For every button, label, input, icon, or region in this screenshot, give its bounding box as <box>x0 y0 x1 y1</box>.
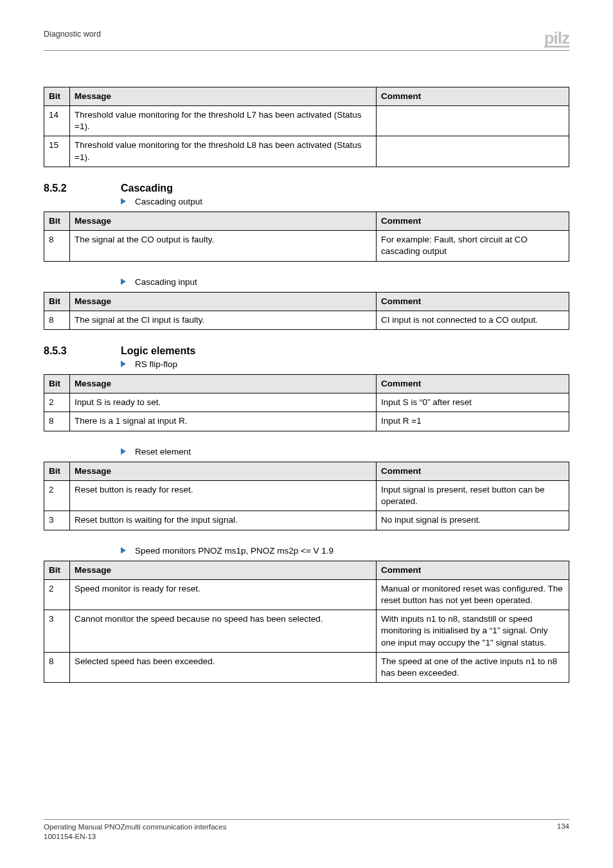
cascading-output-table: Bit Message Comment 8 The signal at the … <box>44 212 569 262</box>
table-row: 3 Cannot monitor the speed because no sp… <box>44 610 569 653</box>
brand-logo: pilz <box>544 30 569 48</box>
bullet-rs-flipflop: RS flip-flop <box>121 359 569 369</box>
cell-bit: 2 <box>44 393 70 412</box>
cell-bit: 14 <box>44 106 70 136</box>
th-comment: Comment <box>377 292 569 311</box>
th-message: Message <box>70 374 377 393</box>
cell-message: Cannot monitor the speed because no spee… <box>70 610 377 653</box>
cell-message: Reset button is waiting for the input si… <box>70 511 377 530</box>
table-row: 8 Selected speed has been exceeded. The … <box>44 652 569 682</box>
cell-bit: 8 <box>44 231 70 261</box>
bullet-label: Speed monitors PNOZ ms1p, PNOZ ms2p <= V… <box>135 546 333 556</box>
cell-comment: With inputs n1 to n8, standstill or spee… <box>377 610 569 653</box>
cell-message: Threshold value monitoring for the thres… <box>70 106 377 136</box>
cell-bit: 3 <box>44 511 70 530</box>
cell-comment: CI input is not connected to a CO output… <box>377 311 569 329</box>
bullet-label: Cascading input <box>135 277 197 287</box>
cascading-input-table: Bit Message Comment 8 The signal at the … <box>44 292 569 330</box>
footer-doc-title: Operating Manual PNOZmulti communication… <box>44 822 226 833</box>
section-number: 8.5.2 <box>44 183 121 194</box>
svg-marker-0 <box>121 198 126 204</box>
section-heading-8-5-2: 8.5.2 Cascading <box>44 183 569 194</box>
table-row: 2 Speed monitor is ready for reset. Manu… <box>44 579 569 610</box>
table-row: 8 The signal at the CO output is faulty.… <box>44 231 569 261</box>
triangle-icon <box>121 361 126 367</box>
page-footer: Operating Manual PNOZmulti communication… <box>44 819 569 842</box>
cell-message: Reset button is ready for reset. <box>70 480 377 511</box>
section-title: Logic elements <box>121 345 195 357</box>
cell-message: There is a 1 signal at input R. <box>70 412 377 431</box>
cell-bit: 2 <box>44 579 70 610</box>
reset-element-table: Bit Message Comment 2 Reset button is re… <box>44 462 569 530</box>
cell-message: Threshold value monitoring for the thres… <box>70 136 377 167</box>
bullet-cascading-input: Cascading input <box>121 277 569 287</box>
cell-bit: 8 <box>44 412 70 431</box>
th-message: Message <box>70 212 377 230</box>
speed-monitors-table: Bit Message Comment 2 Speed monitor is r… <box>44 561 569 683</box>
th-comment: Comment <box>377 374 569 393</box>
bullet-label: Cascading output <box>135 197 202 206</box>
page-header: Diagnostic word pilz <box>44 30 569 51</box>
cell-comment: The speed at one of the active inputs n1… <box>377 652 569 682</box>
cell-bit: 8 <box>44 311 70 329</box>
svg-marker-1 <box>121 278 126 285</box>
cell-message: The signal at the CO output is faulty. <box>70 231 377 261</box>
table-row: 8 There is a 1 signal at input R. Input … <box>44 412 569 431</box>
th-bit: Bit <box>44 374 70 393</box>
cell-comment: Input R =1 <box>377 412 569 431</box>
bullet-label: RS flip-flop <box>135 359 177 369</box>
th-comment: Comment <box>377 462 569 480</box>
cell-comment: Input signal is present, reset button ca… <box>377 480 569 511</box>
th-comment: Comment <box>377 561 569 579</box>
cell-comment <box>377 106 569 136</box>
cell-comment <box>377 136 569 167</box>
cell-message: Speed monitor is ready for reset. <box>70 579 377 610</box>
th-bit: Bit <box>44 292 70 311</box>
table-row: 2 Reset button is ready for reset. Input… <box>44 480 569 511</box>
cell-comment: Manual or monitored reset was configured… <box>377 579 569 610</box>
th-message: Message <box>70 462 377 480</box>
cell-message: Input S is ready to set. <box>70 393 377 412</box>
section-title: Cascading <box>121 183 173 194</box>
table-row: 8 The signal at the CI input is faulty. … <box>44 311 569 329</box>
cell-bit: 3 <box>44 610 70 653</box>
th-comment: Comment <box>377 212 569 230</box>
svg-marker-2 <box>121 361 126 367</box>
bullet-speed-monitors: Speed monitors PNOZ ms1p, PNOZ ms2p <= V… <box>121 546 569 556</box>
th-message: Message <box>70 561 377 579</box>
footer-left: Operating Manual PNOZmulti communication… <box>44 822 226 842</box>
threshold-table: Bit Message Comment 14 Threshold value m… <box>44 87 569 167</box>
footer-doc-number: 1001154-EN-13 <box>44 832 226 842</box>
cell-comment: No input signal is present. <box>377 511 569 530</box>
section-heading-8-5-3: 8.5.3 Logic elements <box>44 345 569 357</box>
table-row: 15 Threshold value monitoring for the th… <box>44 136 569 167</box>
cell-message: Selected speed has been exceeded. <box>70 652 377 682</box>
footer-page-number: 134 <box>557 822 569 830</box>
cell-bit: 15 <box>44 136 70 167</box>
cell-comment: For example: Fault, short circuit at CO … <box>377 231 569 261</box>
table-row: 14 Threshold value monitoring for the th… <box>44 106 569 136</box>
triangle-icon <box>121 278 126 285</box>
table-row: 3 Reset button is waiting for the input … <box>44 511 569 530</box>
th-message: Message <box>70 87 377 105</box>
triangle-icon <box>121 448 126 455</box>
th-bit: Bit <box>44 212 70 230</box>
section-number: 8.5.3 <box>44 345 121 357</box>
th-message: Message <box>70 292 377 311</box>
th-bit: Bit <box>44 87 70 105</box>
th-bit: Bit <box>44 561 70 579</box>
cell-comment: Input S is “0” after reset <box>377 393 569 412</box>
table-row: 2 Input S is ready to set. Input S is “0… <box>44 393 569 412</box>
cell-message: The signal at the CI input is faulty. <box>70 311 377 329</box>
th-bit: Bit <box>44 462 70 480</box>
bullet-label: Reset element <box>135 447 191 457</box>
header-title: Diagnostic word <box>44 30 101 39</box>
triangle-icon <box>121 547 126 554</box>
svg-marker-4 <box>121 547 126 554</box>
svg-marker-3 <box>121 448 126 455</box>
bullet-reset-element: Reset element <box>121 447 569 457</box>
triangle-icon <box>121 198 126 204</box>
rs-flipflop-table: Bit Message Comment 2 Input S is ready t… <box>44 374 569 431</box>
cell-bit: 8 <box>44 652 70 682</box>
cell-bit: 2 <box>44 480 70 511</box>
